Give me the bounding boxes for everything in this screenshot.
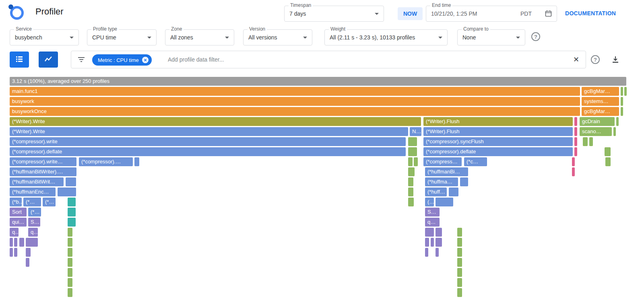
flame-segment[interactable]: [572, 167, 575, 176]
profile-filter-bar[interactable]: Metric : CPU time ✕ Add profile data fil…: [71, 51, 586, 68]
compare-to-select[interactable]: Compare to None: [457, 29, 525, 45]
flame-segment[interactable]: (*huffmanEnc…: [10, 188, 56, 196]
flame-segment[interactable]: q…: [425, 218, 440, 227]
flame-segment[interactable]: busywork: [10, 97, 580, 106]
chart-view-button[interactable]: [39, 52, 58, 68]
flame-segment[interactable]: [68, 258, 72, 267]
flame-segment[interactable]: (*huffmanBitWriter).…: [10, 167, 76, 176]
flame-segment[interactable]: [436, 248, 439, 257]
flame-segment[interactable]: [621, 87, 623, 96]
flame-segment[interactable]: gcDrain: [580, 117, 615, 126]
flame-segment[interactable]: S…: [425, 208, 440, 216]
flame-segment[interactable]: [436, 238, 442, 247]
flame-segment[interactable]: 3.12 s (100%), averaged over 250 profile…: [10, 77, 626, 86]
flame-segment[interactable]: (…: [425, 198, 434, 206]
flame-segment[interactable]: (*compressor).…: [79, 157, 133, 166]
flame-segment[interactable]: [572, 157, 575, 166]
flame-segment[interactable]: [68, 198, 76, 206]
flame-segment[interactable]: [616, 117, 619, 126]
flame-segment[interactable]: [408, 188, 413, 196]
help-icon[interactable]: ?: [531, 32, 540, 41]
flame-segment[interactable]: [624, 87, 627, 96]
flame-segment[interactable]: (*huffma…: [425, 177, 458, 186]
calendar-icon[interactable]: [545, 10, 552, 19]
flame-segment[interactable]: (*huff…: [425, 188, 447, 196]
flame-segment[interactable]: [621, 97, 623, 106]
flame-segment[interactable]: (*…: [28, 208, 41, 216]
list-view-button[interactable]: [10, 52, 29, 68]
flame-segment[interactable]: [574, 147, 577, 156]
flame-segment[interactable]: [605, 147, 611, 156]
flame-segment[interactable]: (*…: [23, 198, 41, 206]
flame-segment[interactable]: Sort: [10, 208, 27, 216]
flame-segment[interactable]: [621, 107, 623, 116]
flame-segment[interactable]: [68, 208, 76, 216]
flame-segment[interactable]: [414, 157, 418, 166]
version-select[interactable]: Version All versions: [243, 29, 312, 45]
flame-segment[interactable]: [408, 198, 414, 206]
flame-segment[interactable]: [134, 157, 139, 166]
flame-segment[interactable]: systems…: [582, 97, 619, 106]
flame-segment[interactable]: [408, 157, 413, 166]
flame-segment[interactable]: [457, 228, 462, 237]
flame-segment[interactable]: scano…: [580, 127, 612, 136]
flame-segment[interactable]: [68, 278, 72, 287]
flame-segment[interactable]: (*compressor).syncFlush: [423, 137, 573, 146]
flame-segment[interactable]: (*Writer).Flush: [423, 117, 573, 126]
flame-segment[interactable]: (*compress…: [423, 157, 462, 166]
flame-segment[interactable]: [68, 248, 72, 257]
flame-segment[interactable]: N…: [410, 127, 421, 136]
flame-segment[interactable]: [14, 248, 17, 257]
metric-filter-chip[interactable]: Metric : CPU time ✕: [92, 54, 152, 66]
flame-segment[interactable]: [574, 127, 577, 136]
flame-segment[interactable]: [457, 238, 462, 247]
flame-segment[interactable]: [574, 117, 577, 126]
flame-segment[interactable]: [10, 238, 13, 247]
flame-segment[interactable]: [19, 238, 24, 247]
flame-segment[interactable]: (*compressor).write: [10, 137, 406, 146]
flame-segment[interactable]: S…: [28, 218, 40, 227]
flame-segment[interactable]: qui…: [10, 218, 27, 227]
now-button[interactable]: NOW: [398, 7, 423, 20]
flame-segment[interactable]: (*Writer).Write: [10, 117, 421, 126]
service-select[interactable]: Service busybench: [10, 29, 79, 45]
close-circle-icon[interactable]: ✕: [142, 57, 149, 63]
flame-segment[interactable]: [408, 137, 417, 146]
end-time-field[interactable]: End time 10/21/20, 1:25 PM PDT: [426, 6, 557, 22]
flame-segment[interactable]: [574, 137, 577, 146]
flame-segment[interactable]: (*compressor).deflate: [423, 147, 573, 156]
flame-segment[interactable]: [68, 288, 72, 297]
flame-segment[interactable]: [408, 147, 417, 156]
flame-segment[interactable]: [457, 268, 462, 277]
flame-segment[interactable]: busyworkOnce: [10, 107, 580, 116]
flame-segment[interactable]: [460, 177, 468, 186]
flame-segment[interactable]: [583, 137, 588, 146]
flame-segment[interactable]: [457, 258, 462, 267]
flame-segment[interactable]: [408, 177, 413, 186]
flame-segment[interactable]: (*huffmanBitWrit…: [10, 177, 64, 186]
flame-segment[interactable]: [408, 167, 415, 176]
flame-segment[interactable]: [14, 238, 17, 247]
flame-segment[interactable]: [449, 188, 458, 196]
flame-segment[interactable]: [58, 188, 76, 196]
flame-segment[interactable]: gcBgMar…: [582, 107, 619, 116]
flame-segment[interactable]: (*Writer).Write: [10, 127, 408, 136]
flame-segment[interactable]: (*c…: [464, 157, 487, 166]
flame-segment[interactable]: [457, 288, 462, 297]
flame-segment[interactable]: [68, 268, 72, 277]
flame-segment[interactable]: q…: [28, 228, 38, 237]
flame-segment[interactable]: (*compressor).deflate: [10, 147, 406, 156]
flame-segment[interactable]: [605, 157, 611, 166]
documentation-link[interactable]: DOCUMENTATION: [565, 10, 616, 16]
flame-segment[interactable]: gcBgMar…: [582, 87, 619, 96]
flame-segment[interactable]: [68, 228, 72, 237]
flame-segment[interactable]: (*…: [43, 198, 56, 206]
flame-segment[interactable]: [589, 137, 593, 146]
flame-segment[interactable]: [26, 248, 31, 257]
flame-segment[interactable]: [436, 228, 442, 237]
flame-segment[interactable]: [425, 228, 434, 237]
flame-segment[interactable]: (*b…: [10, 198, 22, 206]
download-button[interactable]: [610, 55, 621, 65]
flame-segment[interactable]: [457, 248, 462, 257]
flame-segment[interactable]: q…: [10, 228, 19, 237]
